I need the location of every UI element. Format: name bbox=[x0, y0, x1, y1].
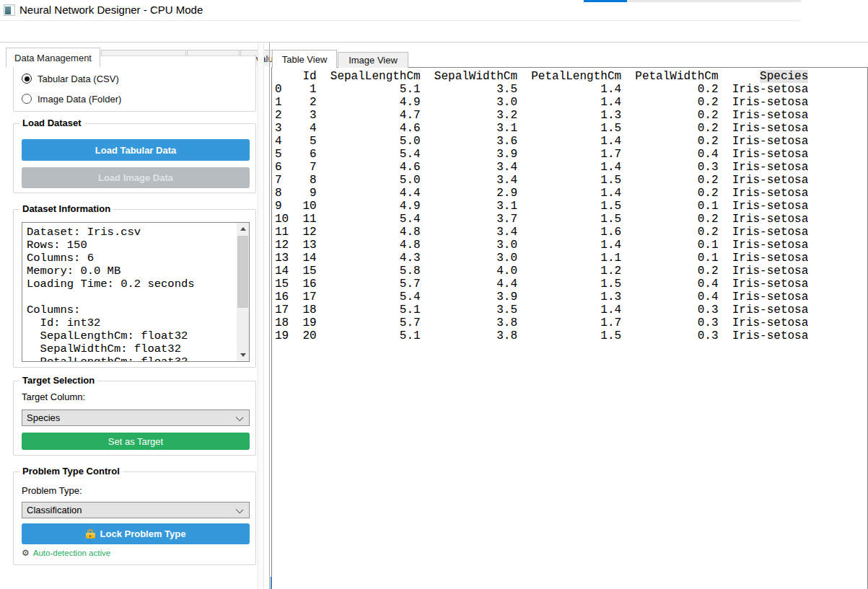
chevron-down-icon bbox=[236, 414, 244, 422]
app-window-icon bbox=[4, 4, 15, 16]
radio-circle-icon bbox=[22, 94, 32, 104]
info-scrollbar[interactable] bbox=[237, 223, 249, 361]
title-separator bbox=[0, 20, 801, 21]
data-table: Id SepalLengthCm SepalWidthCm PetalLengt… bbox=[275, 70, 808, 342]
lock-icon bbox=[86, 529, 95, 539]
tab-image-view[interactable]: Image View bbox=[338, 52, 408, 68]
target-column-label: Target Column: bbox=[22, 391, 85, 402]
dataset-info-textarea[interactable]: Dataset: Iris.csv Rows: 150 Columns: 6 M… bbox=[22, 222, 250, 362]
load-tabular-data-button[interactable]: Load Tabular Data bbox=[22, 139, 250, 161]
left-panel-scrollbar[interactable] bbox=[258, 43, 264, 589]
group-title: Target Selection bbox=[19, 375, 97, 386]
target-column-select[interactable]: Species bbox=[22, 409, 250, 426]
panel-separator bbox=[269, 43, 270, 589]
highlighted-column-header: Species bbox=[760, 70, 808, 83]
tab-table-view[interactable]: Table View bbox=[272, 50, 337, 68]
problem-type-select[interactable]: Classification bbox=[22, 502, 250, 518]
gear-icon: ⚙ bbox=[22, 549, 30, 557]
radio-image-data[interactable]: Image Data (Folder) bbox=[22, 93, 121, 105]
top-progress-bar bbox=[584, 0, 801, 2]
data-table-frame[interactable]: Id SepalLengthCm SepalWidthCm PetalLengt… bbox=[271, 67, 868, 589]
group-title: Problem Type Control bbox=[19, 466, 123, 477]
lock-button-label: Lock Problem Type bbox=[100, 528, 186, 539]
auto-detection-status: ⚙ Auto-detection active bbox=[22, 549, 110, 557]
problem-type-label: Problem Type: bbox=[22, 485, 82, 496]
load-image-data-button[interactable]: Load Image Data bbox=[22, 167, 250, 188]
chevron-down-icon bbox=[236, 506, 244, 514]
group-title: Dataset Information bbox=[19, 203, 113, 214]
group-title: Load Dataset bbox=[19, 118, 84, 128]
radio-circle-icon bbox=[22, 74, 32, 84]
group-load-dataset: Load Dataset Load Tabular Data Load Imag… bbox=[13, 123, 256, 193]
scrollbar-thumb[interactable] bbox=[237, 236, 248, 308]
top-progress-fill bbox=[584, 0, 627, 2]
group-dataset-information: Dataset Information Dataset: Iris.csv Ro… bbox=[13, 209, 256, 368]
status-text: Auto-detection active bbox=[33, 549, 110, 557]
window-title: Neural Network Designer - CPU Mode bbox=[19, 4, 203, 16]
problem-type-value: Classification bbox=[27, 505, 82, 515]
radio-label: Tabular Data (CSV) bbox=[38, 74, 119, 84]
scroll-up-icon[interactable] bbox=[237, 223, 249, 235]
target-column-value: Species bbox=[27, 412, 60, 423]
set-as-target-button[interactable]: Set as Target bbox=[22, 433, 250, 450]
radio-tabular-data[interactable]: Tabular Data (CSV) bbox=[22, 73, 119, 84]
group-problem-type-control: Problem Type Control Problem Type: Class… bbox=[13, 471, 256, 565]
lock-problem-type-button[interactable]: Lock Problem Type bbox=[22, 523, 250, 544]
dataset-info-text: Dataset: Iris.csv Rows: 150 Columns: 6 M… bbox=[27, 226, 195, 362]
group-target-selection: Target Selection Target Column: Species … bbox=[13, 381, 256, 456]
tab-data-management[interactable]: Data Management bbox=[6, 48, 100, 67]
main-tab-bar: Data Management Network Design Training … bbox=[0, 24, 868, 43]
title-bar: Neural Network Designer - CPU Mode bbox=[0, 0, 868, 20]
scroll-down-icon[interactable] bbox=[237, 349, 249, 361]
radio-label: Image Data (Folder) bbox=[38, 94, 121, 105]
